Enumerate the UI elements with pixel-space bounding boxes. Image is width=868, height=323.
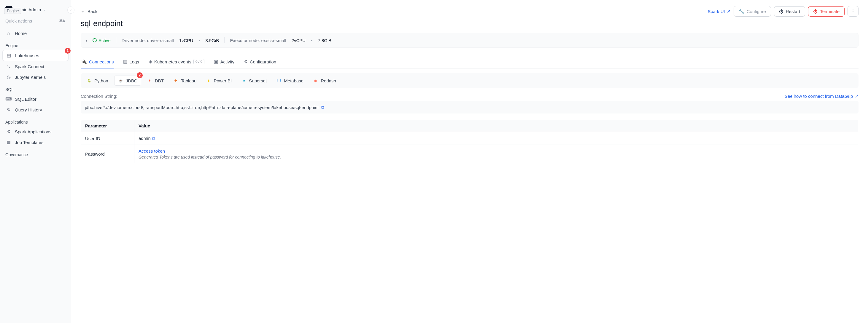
datagrip-help-link[interactable]: See how to connect from DataGrip ↗ — [785, 93, 859, 99]
executor-cpu: 2vCPU — [291, 38, 306, 43]
connector-label: Tableau — [181, 78, 197, 83]
tableau-icon: ✚ — [173, 78, 179, 83]
status-label: Active — [98, 38, 111, 43]
status-indicator-icon — [93, 38, 97, 42]
tabs: 🔌 Connections ▤ Logs ◈ Kubernetes events… — [81, 56, 859, 68]
dot-separator: • — [311, 38, 312, 43]
tab-connections[interactable]: 🔌 Connections — [81, 56, 114, 68]
executor-node-label: Executor node: exec-x-small — [230, 38, 286, 43]
copy-icon[interactable]: ⧉ — [152, 136, 155, 141]
param-value: admin ⧉ — [134, 132, 859, 145]
page-title: sql-endpoint — [81, 19, 859, 28]
main-content: ← Back Spark UI ↗ 🔧 Configure ⏻ Restart … — [71, 0, 868, 323]
home-icon: ⌂ — [6, 31, 11, 36]
connector-redash[interactable]: ◉ Redash — [309, 76, 340, 86]
tab-label: Connections — [89, 59, 114, 64]
quick-actions[interactable]: Quick actions ⌘K — [2, 15, 68, 28]
connector-label: JDBC — [126, 78, 137, 83]
connection-string-label: Connection String: — [81, 94, 117, 99]
tab-label: Activity — [220, 59, 235, 64]
terminate-button[interactable]: ⏻ Terminate — [808, 6, 844, 16]
spark-ui-link[interactable]: Spark UI ↗ — [708, 9, 731, 14]
redash-icon: ◉ — [313, 78, 318, 83]
connection-string-row: Connection String: See how to connect fr… — [81, 93, 859, 99]
back-button[interactable]: ← Back — [81, 9, 97, 14]
connector-metabase[interactable]: ⋮⋮ Metabase — [273, 76, 307, 86]
external-link-icon: ↗ — [855, 93, 859, 99]
sidebar-item-label: Lakehouses — [15, 53, 39, 58]
external-link-icon: ↗ — [727, 9, 731, 14]
tab-logs[interactable]: ▤ Logs — [123, 56, 140, 68]
sidebar-item-lakehouses[interactable]: ▤ Lakehouses 1 — [2, 50, 68, 61]
tooltip-engine: Engine — [4, 8, 21, 14]
sidebar: ‹ Engine Admin Admin ⌄ Quick actions ⌘K … — [0, 0, 71, 323]
back-label: Back — [88, 9, 97, 14]
sidebar-item-jupyter-kernels[interactable]: ◎ Jupyter Kernels — [2, 72, 68, 82]
sidebar-item-label: Query History — [15, 107, 42, 112]
dbt-icon: ✶ — [147, 78, 153, 83]
param-value: Access token Generated Tokens are used i… — [134, 145, 859, 163]
sidebar-item-label: Spark Connect — [15, 64, 44, 69]
section-engine: Engine — [2, 38, 68, 50]
powerbi-icon: ▮ — [206, 78, 211, 83]
sidebar-item-spark-connect[interactable]: ⇋ Spark Connect — [2, 61, 68, 72]
status-active: Active — [93, 38, 111, 43]
tab-label: Configuration — [250, 59, 276, 64]
connector-label: Metabase — [284, 78, 304, 83]
tab-label: Logs — [129, 59, 139, 64]
connector-label: Redash — [321, 78, 336, 83]
table-row-password: Password Access token Generated Tokens a… — [81, 145, 859, 163]
connector-label: Python — [94, 78, 108, 83]
power-icon: ⏻ — [813, 9, 817, 14]
driver-cpu: 1vCPU — [179, 38, 193, 43]
spark-connect-icon: ⇋ — [6, 64, 11, 69]
copy-icon[interactable]: ⧉ — [321, 105, 324, 110]
sql-editor-icon: ⌨ — [6, 96, 11, 102]
tab-kubernetes-events[interactable]: ◈ Kubernetes events 0 / 0 — [148, 56, 205, 68]
section-sql: SQL — [2, 82, 68, 94]
quick-actions-shortcut: ⌘K — [59, 19, 66, 23]
connector-dbt[interactable]: ✶ DBT — [144, 76, 167, 86]
gear-icon: ⚙ — [244, 59, 248, 64]
sidebar-item-label: Home — [15, 31, 27, 36]
dot-separator: • — [198, 38, 200, 43]
sidebar-item-sql-editor[interactable]: ⌨ SQL Editor — [2, 94, 68, 104]
calendar-icon: ▣ — [214, 59, 218, 64]
tab-activity[interactable]: ▣ Activity — [213, 56, 235, 68]
connector-label: DBT — [155, 78, 164, 83]
connection-string-value: jdbc:hive2://dev.iomete.cloud/;transport… — [85, 105, 319, 110]
connector-jdbc[interactable]: ☕ JDBC 2 — [114, 76, 141, 86]
configure-button: 🔧 Configure — [734, 6, 771, 16]
annotation-badge-2: 2 — [137, 72, 143, 78]
connector-superset[interactable]: ∞ Superset — [238, 76, 270, 86]
jupyter-icon: ◎ — [6, 74, 11, 80]
tab-count: 0 / 0 — [193, 59, 205, 64]
connector-strip: 🐍 Python ☕ JDBC 2 ✶ DBT ✚ Tableau ▮ Powe… — [81, 73, 859, 88]
connector-powerbi[interactable]: ▮ Power BI — [202, 76, 235, 86]
access-token-link[interactable]: Access token — [138, 148, 165, 153]
java-icon: ☕ — [118, 78, 123, 83]
arrow-left-icon: ← — [81, 9, 85, 14]
connector-python[interactable]: 🐍 Python — [83, 76, 112, 86]
connector-tableau[interactable]: ✚ Tableau — [170, 76, 200, 86]
sidebar-collapse-button[interactable]: ‹ — [67, 6, 74, 14]
tab-configuration[interactable]: ⚙ Configuration — [243, 56, 277, 68]
lakehouse-icon: ▤ — [6, 53, 11, 58]
divider — [116, 37, 116, 43]
templates-icon: ▦ — [6, 140, 11, 145]
sidebar-item-job-templates[interactable]: ▦ Job Templates — [2, 137, 68, 148]
params-table: Parameter Value User ID admin ⧉ Password… — [81, 119, 859, 163]
section-applications: Applications — [2, 115, 68, 126]
executor-mem: 7.8GiB — [318, 38, 331, 43]
log-icon: ▤ — [123, 59, 127, 64]
status-card[interactable]: › Active Driver node: driver-x-small 1vC… — [81, 33, 859, 48]
driver-mem: 3.9GiB — [206, 38, 219, 43]
user-id-value: admin — [138, 136, 151, 141]
metabase-icon: ⋮⋮ — [276, 78, 281, 83]
terminate-label: Terminate — [820, 9, 839, 14]
sidebar-item-home[interactable]: ⌂ Home — [2, 28, 68, 38]
restart-button[interactable]: ⏻ Restart — [774, 6, 805, 16]
sidebar-item-spark-applications[interactable]: ⚙ Spark Applications — [2, 126, 68, 137]
more-menu-button[interactable]: ⋮ — [847, 6, 859, 16]
sidebar-item-query-history[interactable]: ↻ Query History — [2, 104, 68, 115]
